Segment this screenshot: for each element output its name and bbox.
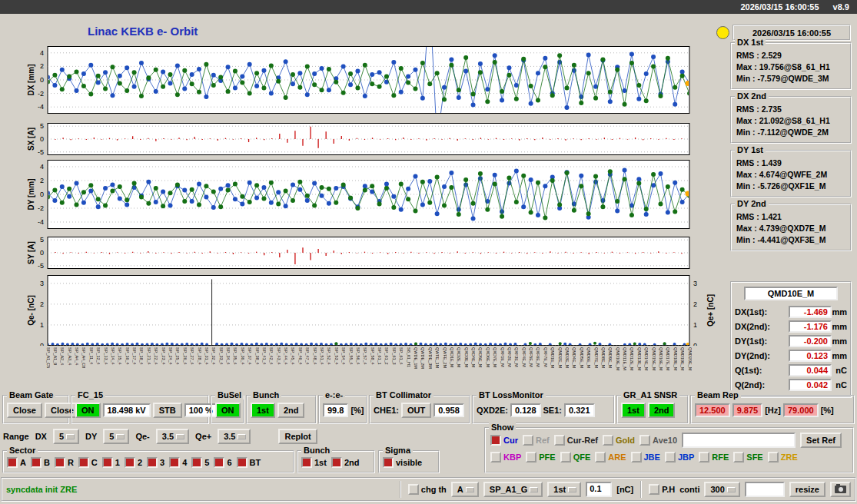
x-tick-label: SP_15_4 <box>118 347 122 390</box>
x-tick-label: QWFE_1M <box>435 347 440 390</box>
stat-max: Max : 4.739@QXD7E_M <box>736 223 847 234</box>
checkbox-indicator <box>191 457 202 468</box>
svg-text:1: 1 <box>40 321 44 329</box>
sx-axis-label: SX [A] <box>27 128 35 151</box>
svg-text:2: 2 <box>40 177 44 184</box>
sector-checkbox-1[interactable]: 1 <box>102 457 120 468</box>
range-qe-plus-select[interactable]: 3.5 <box>218 429 251 444</box>
x-tick-label: QXF2E_M <box>507 347 511 390</box>
sector-checkbox-5[interactable]: 5 <box>191 457 209 468</box>
sector-checkbox-label: 1 <box>115 458 120 467</box>
monitor-row: Q(2nd):0.042nC <box>735 377 847 392</box>
free-entry[interactable] <box>745 482 785 497</box>
threshold-entry[interactable]: 0.1 <box>586 482 612 497</box>
bunch-checkbox-1st[interactable]: 1st <box>301 457 327 468</box>
chg-th-checkbox[interactable]: chg th <box>408 484 447 495</box>
show-checkbox-gold[interactable]: Gold <box>603 435 635 446</box>
che1-out-button[interactable]: OUT <box>401 403 431 418</box>
show-checkbox-are[interactable]: ARE <box>595 452 626 463</box>
show-checkbox-jbp[interactable]: JBP <box>665 452 694 463</box>
beam-rep-hz-unit: [Hz] <box>765 406 781 415</box>
sector-checkbox-6[interactable]: 6 <box>214 457 231 468</box>
sigma-checkbox-visible[interactable]: visible <box>383 457 422 468</box>
svg-text:-5: -5 <box>38 148 44 155</box>
x-tick-label: QMD20E_M <box>687 347 692 390</box>
show-checkbox-qfe[interactable]: QFE <box>560 452 591 463</box>
sector-checkbox-4[interactable]: 4 <box>169 457 187 468</box>
range-dx-select[interactable]: 5 <box>53 429 79 444</box>
ee-ratio-unit: [%] <box>350 406 364 415</box>
checkbox-indicator <box>554 435 565 446</box>
stat-rms: RMS : 2.735 <box>736 104 847 115</box>
show-checkbox-label: ZRE <box>781 453 798 462</box>
bunch-select[interactable]: 1st <box>547 482 581 497</box>
checkbox-indicator <box>631 452 642 463</box>
busel-group: BuSel ON <box>211 395 244 424</box>
show-checkbox-ref[interactable]: Ref <box>523 435 550 446</box>
bunch-checkbox-2nd[interactable]: 2nd <box>331 457 360 468</box>
show-checkbox-rfe[interactable]: RFE <box>699 452 729 463</box>
sigma-checkbox-label: visible <box>396 458 422 467</box>
x-tick-label: QMD12E_M <box>629 347 634 390</box>
x-tick-label: QMD10E_M <box>615 347 619 390</box>
x-tick-label: QMD17E_M <box>666 347 670 390</box>
show-checkbox-ave10[interactable]: Ave10 <box>639 435 677 446</box>
show-checkbox-sfe[interactable]: SFE <box>733 452 762 463</box>
sector-checkbox-b[interactable]: B <box>31 457 50 468</box>
range-dy-select[interactable]: 5 <box>103 429 129 444</box>
bunch-1st-button[interactable]: 1st <box>251 403 275 418</box>
set-ref-button[interactable]: Set Ref <box>800 433 842 448</box>
beam-rep-rate2-display: 9.875 <box>732 403 763 417</box>
fc15-group: FC_15 ON 18.498 kV STB 100 % <box>71 395 209 424</box>
fc15-label: FC_15 <box>75 390 105 400</box>
show-checkbox-kbp[interactable]: KBP <box>490 452 521 463</box>
monitor-select[interactable]: SP_A1_G <box>483 482 543 497</box>
monitor-row-label: Q(2nd): <box>735 380 789 390</box>
x-tick-label: QXD7E_M <box>493 347 497 390</box>
checkbox-indicator <box>55 457 65 468</box>
monitor-row: DX(2nd):-1.176mm <box>735 319 847 333</box>
sector-checkbox-a[interactable]: A <box>7 457 26 468</box>
x-tick-label: SP_37_4 <box>247 347 252 390</box>
range-qe-minus-select[interactable]: 3.5 <box>156 429 189 444</box>
fc15-stb-button[interactable]: STB <box>153 403 182 418</box>
monitor-row-value: 0.123 <box>789 350 832 362</box>
ee-ratio-label: e-:e- <box>323 390 345 400</box>
show-checkbox-jbe[interactable]: JBE <box>631 452 660 463</box>
snapshot-button[interactable] <box>830 482 851 497</box>
sector-checkbox-2[interactable]: 2 <box>125 457 142 468</box>
show-checkbox-cur[interactable]: Cur <box>490 435 518 446</box>
sector-checkbox-3[interactable]: 3 <box>147 457 164 468</box>
replot-button[interactable]: Replot <box>278 429 317 444</box>
show-checkbox-pfe[interactable]: PFE <box>526 452 555 463</box>
stat-box-title: DX 2nd <box>735 91 769 101</box>
beam-gate-close-1-button[interactable]: Close <box>7 403 42 418</box>
svg-text:-2: -2 <box>38 90 44 98</box>
snsr-2nd-button[interactable]: 2nd <box>648 403 676 418</box>
svg-text:-4: -4 <box>38 103 44 111</box>
x-tick-label: QXF4E_M <box>521 347 526 390</box>
resize-button[interactable]: resize <box>789 482 825 497</box>
snsr-1st-button[interactable]: 1st <box>621 403 646 418</box>
sector-checkbox-c[interactable]: C <box>78 457 98 468</box>
mode-select[interactable]: A <box>451 482 479 497</box>
svg-text:0: 0 <box>40 76 44 84</box>
points-select[interactable]: 300 <box>704 482 739 497</box>
x-tick-label: SP_33_4 <box>218 347 223 390</box>
sector-checkbox-bt[interactable]: BT <box>237 457 261 468</box>
x-tick-label: SP_52_4 <box>327 347 331 390</box>
show-group: Show CurRefCur-RefGoldAve10 Set Ref KBPP… <box>484 427 854 473</box>
monitor-row: DX(1st):-1.469mm <box>735 304 847 319</box>
bunch-2nd-button[interactable]: 2nd <box>277 403 305 418</box>
show-checkbox-zre[interactable]: ZRE <box>768 452 798 463</box>
show-checkbox-cur-ref[interactable]: Cur-Ref <box>554 435 598 446</box>
fc15-on-button[interactable]: ON <box>75 403 101 418</box>
ph-checkbox[interactable]: P.H <box>649 484 675 495</box>
svg-text:0: 0 <box>40 342 44 346</box>
show-checkbox-label: QFE <box>573 453 591 462</box>
checkbox-indicator <box>523 435 533 446</box>
ref-file-entry[interactable] <box>682 433 796 448</box>
sector-checkbox-r[interactable]: R <box>55 457 74 468</box>
busel-on-button[interactable]: ON <box>215 403 241 418</box>
range-qe-minus-label: Qe- <box>135 432 149 441</box>
